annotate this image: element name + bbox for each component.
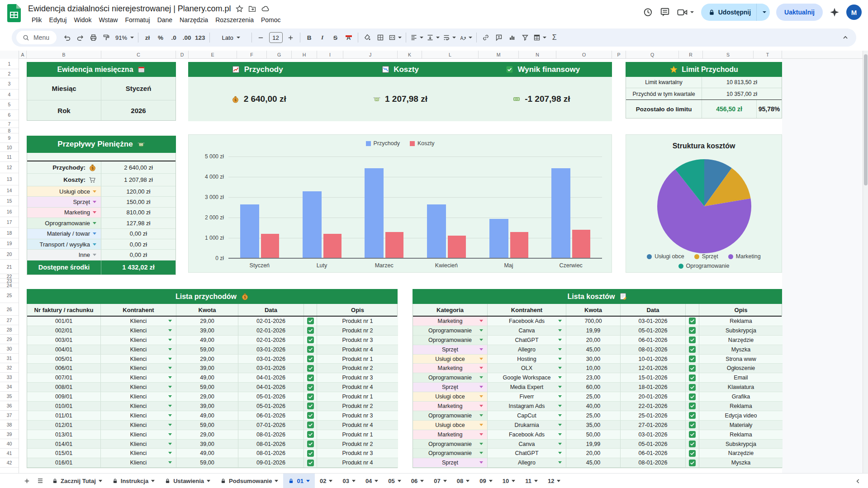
row-header-4[interactable]: 4: [0, 90, 19, 99]
dropdown-icon[interactable]: [168, 386, 172, 388]
row-header-41[interactable]: 41: [0, 449, 19, 458]
cell[interactable]: 30,00: [566, 355, 621, 364]
column-header-Q[interactable]: Q: [626, 51, 679, 59]
cell[interactable]: 20,00: [566, 449, 621, 458]
cell[interactable]: Reklama: [699, 402, 783, 411]
cell-miesiac-value[interactable]: Styczeń: [101, 77, 175, 100]
cell-kategoria[interactable]: Usługi obce: [413, 421, 488, 430]
col-header-kategoria[interactable]: Kategoria: [413, 304, 488, 316]
cell-kontrahent[interactable]: Allegro: [488, 345, 566, 355]
row-header-21[interactable]: 21: [0, 260, 19, 274]
cell[interactable]: 49,00: [176, 411, 238, 421]
tab-menu-icon[interactable]: [466, 480, 470, 482]
cell-checkbox[interactable]: [686, 421, 699, 430]
cell[interactable]: 23,00: [566, 373, 621, 383]
row-header-13[interactable]: 13: [0, 173, 19, 185]
category-cell[interactable]: Oprogramowanie: [27, 218, 101, 228]
cell-checkbox[interactable]: [686, 383, 699, 392]
category-value[interactable]: 0,00 zł: [101, 239, 175, 249]
cell[interactable]: 011/01: [27, 411, 101, 421]
cell-kontrahent[interactable]: Klienci: [101, 383, 176, 392]
dropdown-icon[interactable]: [168, 414, 172, 417]
dostepne-srodki-value[interactable]: 1 432,02 zł: [101, 261, 175, 275]
cell-checkbox[interactable]: [686, 430, 699, 440]
dropdown-icon[interactable]: [558, 452, 562, 454]
checkbox-checked-icon[interactable]: [689, 355, 696, 362]
sheet-tab-02[interactable]: 02: [315, 474, 337, 488]
text-wrap-button[interactable]: [441, 31, 457, 44]
cell-kategoria[interactable]: Oprogramowanie: [413, 336, 488, 345]
dostepne-srodki-label[interactable]: Dostępne środki: [27, 261, 101, 275]
menu-wstaw[interactable]: Wstaw: [95, 15, 121, 25]
cell[interactable]: Myszka: [699, 458, 783, 468]
column-header-G[interactable]: G: [267, 51, 292, 59]
dropdown-icon[interactable]: [558, 395, 562, 398]
cell[interactable]: Subskrypcja: [699, 326, 783, 336]
limit-header[interactable]: Limit Przychodu: [626, 62, 782, 77]
cell-kategoria[interactable]: Marketing: [413, 317, 488, 326]
col-header-kwota[interactable]: Kwota: [566, 304, 621, 316]
dropdown-icon[interactable]: [168, 376, 172, 379]
cell[interactable]: 007/01: [27, 373, 101, 383]
insert-chart-button[interactable]: [506, 31, 518, 44]
dropdown-icon[interactable]: [168, 433, 172, 436]
cell[interactable]: Materiały: [699, 421, 783, 430]
row-header-37[interactable]: 37: [0, 411, 19, 420]
menu-narzędzia[interactable]: Narzędzia: [176, 15, 212, 25]
cell[interactable]: 29,00: [176, 355, 238, 364]
checkbox-checked-icon[interactable]: [689, 412, 696, 419]
cell[interactable]: 20,00: [566, 336, 621, 345]
pozostalo-value[interactable]: 456,50 zł: [702, 100, 757, 118]
scrollbar-thumb[interactable]: [864, 54, 868, 185]
row-header-17[interactable]: 17: [0, 217, 19, 227]
cell[interactable]: Produkt nr 2: [317, 326, 398, 336]
cell-checkbox[interactable]: [304, 392, 317, 402]
cell-checkbox[interactable]: [686, 364, 699, 373]
cell-kontrahent[interactable]: Allegro: [488, 458, 566, 468]
category-value[interactable]: 810,00 zł: [101, 208, 175, 218]
category-value[interactable]: 150,00 zł: [101, 197, 175, 207]
category-cell[interactable]: Inne: [27, 250, 101, 260]
sheets-logo[interactable]: [7, 4, 21, 22]
row-header-36[interactable]: 36: [0, 401, 19, 411]
dropdown-icon[interactable]: [558, 433, 562, 436]
cell-miesiac-label[interactable]: Miesiąc: [27, 77, 101, 100]
checkbox-checked-icon[interactable]: [307, 365, 314, 372]
create-filter-button[interactable]: [519, 31, 531, 44]
cell[interactable]: 39,00: [176, 364, 238, 373]
cell-kategoria[interactable]: Marketing: [413, 364, 488, 373]
row-header-24[interactable]: 24: [0, 283, 19, 288]
column-header-L[interactable]: L: [422, 51, 479, 59]
cell[interactable]: Reklama: [699, 430, 783, 440]
share-dropdown[interactable]: [756, 4, 770, 21]
row-header-27[interactable]: 27: [0, 316, 19, 325]
column-header-S[interactable]: S: [703, 51, 754, 59]
sheet-tab-ustawienia[interactable]: Ustawienia: [160, 474, 215, 488]
cell-kontrahent[interactable]: Canva: [488, 440, 566, 449]
dropdown-icon[interactable]: [479, 367, 483, 369]
column-header-J[interactable]: J: [343, 51, 398, 59]
increase-decimal-places-button[interactable]: .00: [180, 31, 193, 44]
row-header-2[interactable]: 2: [0, 69, 19, 78]
cell[interactable]: 22-01-2026: [621, 402, 686, 411]
sheet-tab-11[interactable]: 11: [520, 474, 543, 488]
summary-header-0[interactable]: Przychody: [188, 65, 327, 74]
column-header-B[interactable]: B: [27, 51, 101, 59]
row-header-6[interactable]: 6: [0, 110, 19, 120]
cell[interactable]: 02-01-2026: [238, 317, 304, 326]
cell[interactable]: 12-01-2026: [621, 364, 686, 373]
cell-kategoria[interactable]: Oprogramowanie: [413, 326, 488, 336]
menu-pomoc[interactable]: Pomoc: [257, 15, 285, 25]
cell[interactable]: 15-01-2026: [621, 373, 686, 383]
cell-kontrahent[interactable]: Klienci: [101, 345, 176, 355]
cell[interactable]: Narzędzie: [699, 449, 783, 458]
cell[interactable]: 09-01-2026: [238, 458, 304, 468]
lista-kosztow-header[interactable]: Lista kosztów: [413, 289, 782, 304]
row-header-28[interactable]: 28: [0, 325, 19, 335]
merge-cells-button[interactable]: [387, 31, 403, 44]
checkbox-checked-icon[interactable]: [689, 327, 696, 334]
cell[interactable]: 25,00: [566, 411, 621, 421]
cell-checkbox[interactable]: [304, 326, 317, 336]
sheet-tab-06[interactable]: 06: [406, 474, 429, 488]
row-header-33[interactable]: 33: [0, 373, 19, 382]
